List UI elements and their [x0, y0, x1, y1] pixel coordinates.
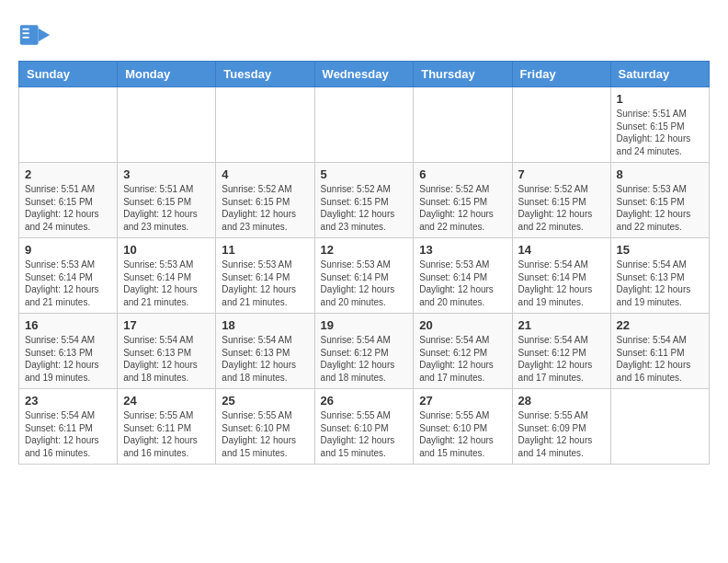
weekday-header-thursday: Thursday: [414, 62, 512, 87]
day-number: 7: [518, 167, 605, 181]
weekday-header-monday: Monday: [118, 62, 216, 87]
day-cell: [414, 87, 512, 163]
day-number: 4: [222, 167, 308, 181]
day-cell: 16Sunrise: 5:54 AM Sunset: 6:13 PM Dayli…: [19, 314, 118, 389]
day-info: Sunrise: 5:54 AM Sunset: 6:13 PM Dayligh…: [123, 334, 210, 384]
day-cell: 10Sunrise: 5:53 AM Sunset: 6:14 PM Dayli…: [118, 238, 216, 314]
day-cell: 25Sunrise: 5:55 AM Sunset: 6:10 PM Dayli…: [216, 389, 314, 465]
day-number: 12: [321, 243, 408, 257]
day-number: 21: [518, 318, 605, 332]
day-cell: 24Sunrise: 5:55 AM Sunset: 6:11 PM Dayli…: [118, 389, 216, 465]
day-cell: 13Sunrise: 5:53 AM Sunset: 6:14 PM Dayli…: [414, 238, 512, 314]
day-number: 23: [25, 394, 111, 408]
day-cell: 3Sunrise: 5:51 AM Sunset: 6:15 PM Daylig…: [118, 163, 216, 238]
weekday-header-row: SundayMondayTuesdayWednesdayThursdayFrid…: [19, 62, 710, 87]
day-cell: 1Sunrise: 5:51 AM Sunset: 6:15 PM Daylig…: [610, 87, 709, 163]
day-info: Sunrise: 5:54 AM Sunset: 6:12 PM Dayligh…: [518, 334, 605, 384]
logo-icon: [18, 18, 51, 52]
day-info: Sunrise: 5:55 AM Sunset: 6:11 PM Dayligh…: [123, 409, 210, 459]
day-number: 9: [25, 243, 111, 257]
day-info: Sunrise: 5:54 AM Sunset: 6:14 PM Dayligh…: [518, 259, 605, 308]
day-cell: 2Sunrise: 5:51 AM Sunset: 6:15 PM Daylig…: [19, 163, 118, 238]
day-info: Sunrise: 5:51 AM Sunset: 6:15 PM Dayligh…: [123, 183, 210, 233]
day-number: 13: [419, 243, 506, 257]
day-info: Sunrise: 5:53 AM Sunset: 6:14 PM Dayligh…: [25, 259, 111, 308]
page-header: [18, 18, 710, 52]
week-row-3: 9Sunrise: 5:53 AM Sunset: 6:14 PM Daylig…: [19, 238, 710, 314]
svg-rect-2: [23, 29, 29, 30]
weekday-header-saturday: Saturday: [610, 62, 709, 87]
week-row-1: 1Sunrise: 5:51 AM Sunset: 6:15 PM Daylig…: [19, 87, 710, 163]
day-number: 3: [123, 167, 210, 181]
calendar-table: SundayMondayTuesdayWednesdayThursdayFrid…: [18, 61, 710, 465]
day-cell: 26Sunrise: 5:55 AM Sunset: 6:10 PM Dayli…: [314, 389, 414, 465]
day-number: 11: [222, 243, 308, 257]
day-info: Sunrise: 5:52 AM Sunset: 6:15 PM Dayligh…: [419, 183, 506, 233]
day-cell: [19, 87, 118, 163]
day-number: 19: [321, 318, 408, 332]
weekday-header-friday: Friday: [512, 62, 610, 87]
day-info: Sunrise: 5:53 AM Sunset: 6:14 PM Dayligh…: [123, 259, 210, 308]
day-number: 8: [617, 167, 703, 181]
day-number: 5: [321, 167, 408, 181]
weekday-header-wednesday: Wednesday: [314, 62, 414, 87]
day-info: Sunrise: 5:54 AM Sunset: 6:11 PM Dayligh…: [25, 409, 111, 459]
day-cell: 6Sunrise: 5:52 AM Sunset: 6:15 PM Daylig…: [414, 163, 512, 238]
day-cell: 22Sunrise: 5:54 AM Sunset: 6:11 PM Dayli…: [610, 314, 709, 389]
day-cell: 17Sunrise: 5:54 AM Sunset: 6:13 PM Dayli…: [118, 314, 216, 389]
day-info: Sunrise: 5:52 AM Sunset: 6:15 PM Dayligh…: [321, 183, 408, 233]
day-info: Sunrise: 5:51 AM Sunset: 6:15 PM Dayligh…: [25, 183, 111, 233]
day-number: 2: [25, 167, 111, 181]
day-number: 16: [25, 318, 111, 332]
day-cell: 11Sunrise: 5:53 AM Sunset: 6:14 PM Dayli…: [216, 238, 314, 314]
day-info: Sunrise: 5:54 AM Sunset: 6:12 PM Dayligh…: [321, 334, 408, 384]
day-info: Sunrise: 5:53 AM Sunset: 6:14 PM Dayligh…: [222, 259, 308, 308]
week-row-2: 2Sunrise: 5:51 AM Sunset: 6:15 PM Daylig…: [19, 163, 710, 238]
day-cell: 12Sunrise: 5:53 AM Sunset: 6:14 PM Dayli…: [314, 238, 414, 314]
day-cell: [118, 87, 216, 163]
day-info: Sunrise: 5:54 AM Sunset: 6:12 PM Dayligh…: [419, 334, 506, 384]
day-cell: 15Sunrise: 5:54 AM Sunset: 6:13 PM Dayli…: [610, 238, 709, 314]
day-number: 15: [617, 243, 703, 257]
day-cell: 9Sunrise: 5:53 AM Sunset: 6:14 PM Daylig…: [19, 238, 118, 314]
day-info: Sunrise: 5:55 AM Sunset: 6:10 PM Dayligh…: [222, 409, 308, 459]
day-number: 27: [419, 394, 506, 408]
day-cell: 4Sunrise: 5:52 AM Sunset: 6:15 PM Daylig…: [216, 163, 314, 238]
day-number: 20: [419, 318, 506, 332]
day-cell: 8Sunrise: 5:53 AM Sunset: 6:15 PM Daylig…: [610, 163, 709, 238]
day-cell: 14Sunrise: 5:54 AM Sunset: 6:14 PM Dayli…: [512, 238, 610, 314]
day-info: Sunrise: 5:51 AM Sunset: 6:15 PM Dayligh…: [617, 108, 703, 157]
day-info: Sunrise: 5:55 AM Sunset: 6:10 PM Dayligh…: [419, 409, 506, 459]
day-info: Sunrise: 5:52 AM Sunset: 6:15 PM Dayligh…: [518, 183, 605, 233]
day-number: 18: [222, 318, 308, 332]
svg-rect-4: [23, 37, 29, 39]
logo: [18, 18, 55, 52]
day-cell: 18Sunrise: 5:54 AM Sunset: 6:13 PM Dayli…: [216, 314, 314, 389]
day-number: 22: [617, 318, 703, 332]
day-cell: 27Sunrise: 5:55 AM Sunset: 6:10 PM Dayli…: [414, 389, 512, 465]
day-number: 28: [518, 394, 605, 408]
day-info: Sunrise: 5:52 AM Sunset: 6:15 PM Dayligh…: [222, 183, 308, 233]
day-info: Sunrise: 5:53 AM Sunset: 6:15 PM Dayligh…: [617, 183, 703, 233]
day-number: 1: [617, 92, 703, 106]
day-info: Sunrise: 5:54 AM Sunset: 6:13 PM Dayligh…: [222, 334, 308, 384]
day-info: Sunrise: 5:54 AM Sunset: 6:13 PM Dayligh…: [617, 259, 703, 308]
day-cell: 20Sunrise: 5:54 AM Sunset: 6:12 PM Dayli…: [414, 314, 512, 389]
day-number: 6: [419, 167, 506, 181]
day-info: Sunrise: 5:55 AM Sunset: 6:10 PM Dayligh…: [321, 409, 408, 459]
day-cell: [610, 389, 709, 465]
day-number: 14: [518, 243, 605, 257]
svg-rect-0: [20, 25, 39, 45]
day-number: 26: [321, 394, 408, 408]
day-cell: 5Sunrise: 5:52 AM Sunset: 6:15 PM Daylig…: [314, 163, 414, 238]
day-number: 25: [222, 394, 308, 408]
weekday-header-sunday: Sunday: [19, 62, 118, 87]
day-cell: 28Sunrise: 5:55 AM Sunset: 6:09 PM Dayli…: [512, 389, 610, 465]
day-cell: 19Sunrise: 5:54 AM Sunset: 6:12 PM Dayli…: [314, 314, 414, 389]
svg-marker-1: [39, 29, 51, 41]
day-number: 10: [123, 243, 210, 257]
day-info: Sunrise: 5:53 AM Sunset: 6:14 PM Dayligh…: [321, 259, 408, 308]
day-cell: [512, 87, 610, 163]
day-cell: [314, 87, 414, 163]
day-info: Sunrise: 5:54 AM Sunset: 6:11 PM Dayligh…: [617, 334, 703, 384]
